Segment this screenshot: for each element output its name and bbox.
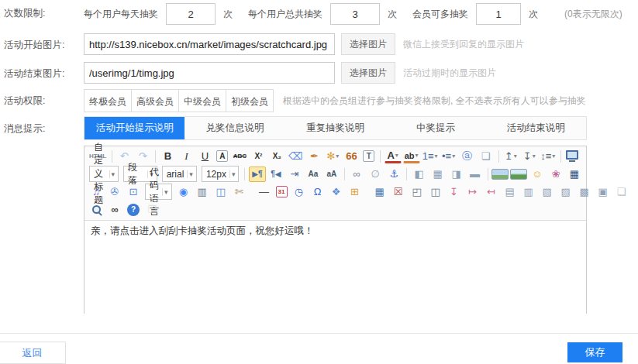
italic-icon[interactable]: I [178, 149, 195, 164]
start-image-pick-button[interactable]: 选择图片 [341, 33, 395, 55]
rtl-icon[interactable]: ¶◀ [267, 167, 285, 182]
time-icon[interactable]: ◷ [291, 184, 308, 200]
scrawl-icon[interactable]: ❀ [547, 167, 564, 182]
autotypeset-icon[interactable]: ✻▾ [324, 149, 341, 164]
anchor-icon[interactable]: ⚓ [385, 167, 402, 182]
blank-page-icon[interactable]: ❏ [613, 184, 630, 200]
total-draw-unit: 次 [388, 8, 397, 21]
fullscreen-monitor-icon[interactable] [564, 149, 581, 164]
special-char-icon[interactable]: Ω [309, 184, 326, 200]
back-button[interactable]: 返回 [0, 342, 66, 364]
custom-title-select[interactable]: 自定义标题▾ [89, 166, 119, 182]
superscript-icon[interactable]: X² [250, 149, 267, 164]
indent-icon[interactable]: ⇥ [286, 167, 303, 182]
image-manager-icon[interactable] [510, 169, 527, 180]
insert-video-icon[interactable]: ▦ [566, 167, 583, 182]
paragraph-spacing-bottom-icon[interactable]: ↧▾ [521, 149, 538, 164]
table-layout-1-icon[interactable]: ▤ [502, 184, 519, 200]
char-border-icon[interactable]: A [216, 150, 228, 162]
member-option-button[interactable]: 中级会员 [178, 89, 226, 112]
table-layout-5-icon[interactable]: ▩ [576, 184, 593, 200]
image-float-right-icon[interactable]: ◨ [448, 167, 465, 182]
font-family-select[interactable]: arial▾ [162, 166, 197, 182]
end-image-pick-button[interactable]: 选择图片 [341, 62, 395, 84]
message-tab[interactable]: 兑奖信息说明 [185, 117, 285, 139]
font-size-select[interactable]: 12px▾ [202, 166, 240, 182]
editor-content[interactable]: 亲，请点击进入刮刮卡抽奖活动页面，祝您好运哦！ [84, 221, 586, 321]
map-icon[interactable]: ◉ [175, 184, 192, 200]
find-replace-icon[interactable]: ∞ [106, 202, 123, 218]
paste-format-icon[interactable]: T [363, 150, 374, 162]
start-image-input[interactable] [84, 33, 335, 55]
merge-cells-icon[interactable]: ◫ [427, 184, 444, 200]
emoji-icon[interactable]: ☺ [529, 167, 546, 182]
clipboard-icon[interactable]: ❐ [143, 202, 160, 218]
end-image-input[interactable] [84, 62, 335, 84]
member-option-button[interactable]: 初级会员 [226, 89, 274, 112]
snapshot-icon[interactable]: ✄ [231, 184, 248, 200]
underline-icon[interactable]: U [196, 149, 213, 164]
message-tab[interactable]: 中奖提示 [385, 117, 485, 139]
delete-row-icon[interactable]: ↤ [483, 184, 500, 200]
table-layout-2-icon[interactable]: ▥ [520, 184, 537, 200]
permission-label: 活动权限: [4, 94, 45, 108]
paragraph-spacing-top-icon[interactable]: ↥▾ [502, 149, 519, 164]
template-icon[interactable]: ⊞ [347, 184, 364, 200]
blockquote-icon[interactable]: 66 [343, 149, 360, 164]
format-brush-icon[interactable]: ✒ [305, 149, 322, 164]
font-color-icon[interactable]: A▾ [385, 149, 402, 163]
insert-image-icon[interactable] [491, 169, 509, 180]
member-option-button[interactable]: 高级会员 [131, 89, 179, 112]
highlight-color-icon[interactable]: ab▾ [403, 149, 420, 163]
table-title-icon[interactable]: ◰ [409, 184, 426, 200]
link-icon[interactable]: ∞ [348, 167, 365, 182]
permission-hint: 根据选中的会员组进行参与抽奖资格限制, 全不选表示所有人可以参与抽奖 [283, 94, 586, 108]
insert-row-icon[interactable]: ↧ [446, 184, 463, 200]
image-float-left-icon[interactable]: ◧ [411, 167, 428, 182]
message-tab[interactable]: 活动开始提示说明 [84, 117, 185, 139]
ordered-list-icon[interactable]: 1≡▾ [422, 149, 439, 164]
member-option-button[interactable]: 终极会员 [84, 89, 132, 112]
message-tab[interactable]: 重复抽奖说明 [285, 117, 385, 139]
table-layout-3-icon[interactable]: ▧ [539, 184, 556, 200]
daily-draw-input[interactable] [166, 3, 216, 25]
subscript-icon[interactable]: X₂ [268, 149, 285, 164]
strikethrough-icon[interactable]: ABC [231, 149, 248, 164]
columns-icon[interactable]: ◫ [212, 184, 229, 200]
line-height-icon[interactable]: ↕≡▾ [540, 149, 557, 164]
pagebreak-icon[interactable]: ▥ [194, 184, 211, 200]
table-layout-4-icon[interactable]: ▨ [557, 184, 574, 200]
table-layout-6-icon[interactable]: ▣ [595, 184, 612, 200]
image-center-icon[interactable]: ▦ [429, 167, 447, 182]
message-tab[interactable]: 活动结束说明 [486, 117, 586, 139]
insert-col-icon[interactable]: ↦ [464, 184, 481, 200]
unordered-list-icon[interactable]: •≡▾ [440, 149, 457, 164]
save-button[interactable]: 保存 [567, 342, 622, 362]
to-lowercase-icon[interactable]: aA [323, 167, 340, 182]
insert-frame-icon[interactable]: ⊡ [125, 184, 142, 200]
start-image-label: 活动开始图片: [4, 39, 64, 52]
total-draw-input[interactable] [330, 3, 380, 25]
new-document-icon[interactable]: ❏ [478, 149, 495, 164]
music-icon[interactable]: ♫ [88, 184, 105, 200]
total-draw-label: 每个用户总共抽奖 [248, 8, 322, 21]
unlink-icon[interactable]: ∅ [367, 167, 384, 182]
preview-icon[interactable] [88, 202, 105, 218]
baidu-app-icon[interactable]: ❖ [328, 184, 345, 200]
horizontal-rule-icon[interactable]: — [256, 184, 273, 200]
help-icon[interactable]: ? [127, 204, 140, 216]
eraser-icon[interactable]: ⌫ [287, 149, 304, 164]
date-icon[interactable]: 31 [276, 186, 288, 197]
insert-table-icon[interactable]: ▦ [371, 184, 388, 200]
end-image-row: 选择图片 活动过期时的显示图片 [84, 61, 496, 84]
attachment-icon[interactable]: ✇ [106, 184, 123, 200]
toolbar-row-2: 自定义标题▾段落▾arial▾12px▾▶¶¶◀⇥AaaA∞∅⚓◧▦◨▬☺❀▦ [87, 165, 584, 183]
image-block-icon[interactable]: ▬ [467, 167, 484, 182]
ltr-icon[interactable]: ▶¶ [249, 167, 266, 182]
member-extra-input[interactable] [476, 3, 521, 25]
delete-table-icon[interactable]: ☒ [390, 184, 407, 200]
anchor-text-icon[interactable]: ⓐ [459, 149, 476, 164]
bold-icon[interactable]: B [159, 149, 176, 164]
to-uppercase-icon[interactable]: Aa [305, 167, 322, 182]
code-language-select[interactable]: 代码语言▾ [145, 184, 172, 200]
